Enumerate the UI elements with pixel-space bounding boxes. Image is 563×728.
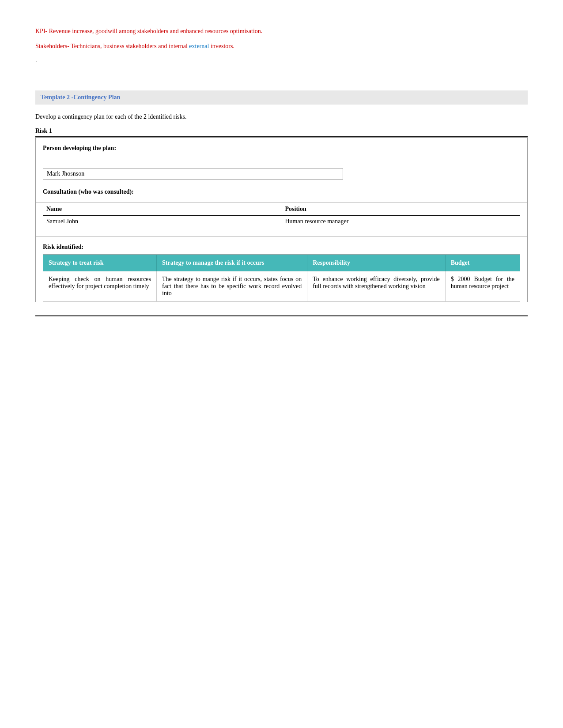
person-input-line <box>43 159 520 159</box>
risk1-block: Person developing the plan: Mark Jhosnso… <box>35 137 528 302</box>
strategy-header-col3: Responsibility <box>307 255 446 271</box>
person-developing-label: Person developing the plan: <box>43 145 520 152</box>
stakeholders-suffix: investors. <box>209 43 234 49</box>
strategy-header-col2: Strategy to manage the risk if it occurs <box>157 255 307 271</box>
consult-header-name: Name <box>43 203 282 216</box>
stakeholders-prefix: Stakeholders- Technicians, business stak… <box>35 43 189 49</box>
dot-line: . <box>35 57 528 64</box>
strategy-col3: To enhance working efficacy diversely, p… <box>307 271 446 301</box>
page-footer-line <box>35 315 528 316</box>
consult-name-cell: Samuel John <box>43 216 282 227</box>
risk1-label: Risk 1 <box>35 128 528 137</box>
risk-identified-label: Risk identified: <box>43 240 520 254</box>
strategy-col1: Keeping check on human resources effecti… <box>43 271 157 301</box>
strategy-col2: The strategy to mange risk if it occurs,… <box>157 271 307 301</box>
consult-row: Samuel John Human resource manager <box>43 216 520 227</box>
consultation-label: Consultation (who was consulted): <box>43 188 520 195</box>
strategy-header-col1: Strategy to treat risk <box>43 255 157 271</box>
stakeholders-line: Stakeholders- Technicians, business stak… <box>35 41 528 51</box>
strategy-row: Keeping check on human resources effecti… <box>43 271 520 301</box>
person-value: Mark Jhosnson <box>43 168 343 180</box>
develop-text: Develop a contingency plan for each of t… <box>35 113 528 120</box>
strategy-table: Strategy to treat risk Strategy to manag… <box>43 255 520 302</box>
risk-identified-divider <box>36 236 527 236</box>
strategy-col4: $ 2000 Budget for the human resource pro… <box>445 271 520 301</box>
consultation-table: Name Position Samuel John Human resource… <box>43 203 520 227</box>
template-section-header: Template 2 -Contingency Plan <box>35 90 528 105</box>
strategy-header-col4: Budget <box>445 255 520 271</box>
consult-header-position: Position <box>282 203 521 216</box>
stakeholders-external-word: external <box>189 43 209 49</box>
template-title: Template 2 -Contingency Plan <box>41 94 120 101</box>
kpi-line: KPI- Revenue increase, goodwill among st… <box>35 26 528 36</box>
consult-position-cell: Human resource manager <box>282 216 521 227</box>
